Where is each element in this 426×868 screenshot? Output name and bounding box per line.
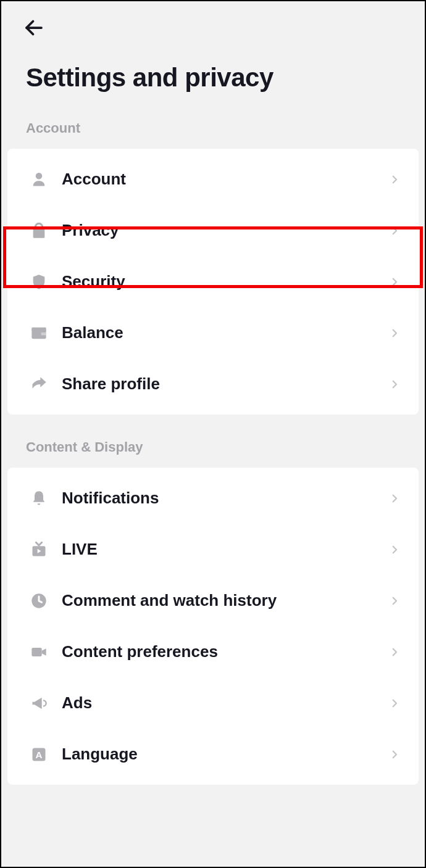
section-header-account: Account xyxy=(1,120,425,149)
svg-text:A: A xyxy=(36,749,43,759)
back-arrow-icon xyxy=(23,17,45,39)
list-item-label: Content preferences xyxy=(62,642,389,661)
list-item-label: Balance xyxy=(62,323,389,342)
list-item-account[interactable]: Account xyxy=(7,154,419,205)
list-item-comment-watch-history[interactable]: Comment and watch history xyxy=(7,575,419,626)
megaphone-icon xyxy=(28,695,49,712)
chevron-right-icon xyxy=(389,595,400,606)
chevron-right-icon xyxy=(389,493,400,504)
lock-icon xyxy=(28,222,49,239)
list-item-label: Ads xyxy=(62,693,389,713)
list-item-label: Share profile xyxy=(62,374,389,394)
chevron-right-icon xyxy=(389,749,400,760)
list-item-content-preferences[interactable]: Content preferences xyxy=(7,626,419,677)
chevron-right-icon xyxy=(389,544,400,555)
video-icon xyxy=(28,643,49,661)
chevron-right-icon xyxy=(389,647,400,658)
list-item-notifications[interactable]: Notifications xyxy=(7,473,419,524)
list-item-label: LIVE xyxy=(62,540,389,559)
chevron-right-icon xyxy=(389,379,400,390)
list-item-label: Account xyxy=(62,170,389,189)
wallet-icon xyxy=(28,324,49,342)
clock-icon xyxy=(28,592,49,610)
section-card-account: Account Privacy Security xyxy=(7,149,419,415)
language-icon: A xyxy=(28,746,49,763)
page-title: Settings and privacy xyxy=(26,63,406,93)
share-icon xyxy=(28,376,49,393)
list-item-label: Comment and watch history xyxy=(62,591,389,610)
svg-marker-10 xyxy=(42,648,46,656)
chevron-right-icon xyxy=(389,276,400,287)
list-item-live[interactable]: LIVE xyxy=(7,524,419,575)
list-item-label: Notifications xyxy=(62,489,389,508)
shield-icon xyxy=(28,273,49,291)
chevron-right-icon xyxy=(389,174,400,185)
list-item-privacy[interactable]: Privacy xyxy=(7,205,419,256)
section-card-content-display: Notifications LIVE Comment and watch his… xyxy=(7,468,419,785)
list-item-ads[interactable]: Ads xyxy=(7,677,419,729)
svg-point-1 xyxy=(36,172,43,179)
list-item-language[interactable]: A Language xyxy=(7,729,419,780)
bell-icon xyxy=(28,490,49,507)
back-button[interactable] xyxy=(20,14,48,42)
chevron-right-icon xyxy=(389,225,400,236)
svg-rect-2 xyxy=(33,229,45,238)
tv-icon xyxy=(28,541,49,558)
chevron-right-icon xyxy=(389,328,400,339)
list-item-label: Privacy xyxy=(62,221,389,240)
list-item-balance[interactable]: Balance xyxy=(7,307,419,358)
list-item-label: Security xyxy=(62,272,389,291)
svg-rect-5 xyxy=(41,332,46,335)
svg-rect-9 xyxy=(31,648,41,656)
svg-rect-4 xyxy=(31,327,46,330)
person-icon xyxy=(28,171,49,188)
list-item-label: Language xyxy=(62,745,389,764)
section-header-content-display: Content & Display xyxy=(1,439,425,468)
list-item-security[interactable]: Security xyxy=(7,256,419,307)
list-item-share-profile[interactable]: Share profile xyxy=(7,358,419,410)
chevron-right-icon xyxy=(389,698,400,709)
